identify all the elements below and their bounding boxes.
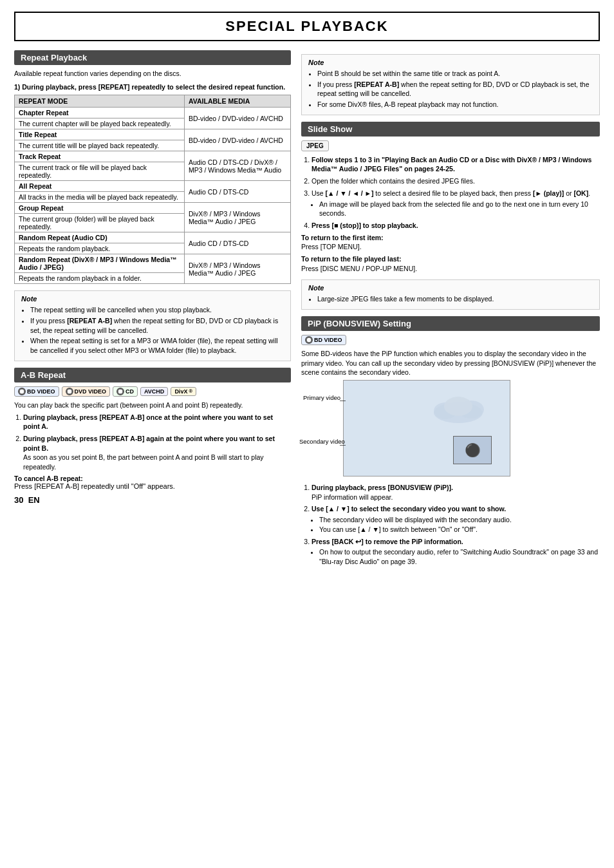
col-available-media: AVAILABLE MEDIA (185, 95, 291, 108)
ab-step1-bold: During playback, press [REPEAT A-B] once… (23, 413, 273, 431)
repeat-mode-desc: The current title will be played back re… (15, 140, 185, 151)
badge-avchd: AVCHD (140, 387, 168, 396)
cd-disc-icon (116, 388, 124, 395)
repeat-mode-desc: Repeats the random playback. (15, 243, 185, 254)
pip-secondary-arrow: — (340, 442, 346, 448)
slide-note-list: Large-size JPEG files take a few moments… (308, 294, 593, 304)
slide-return1-label: To return to the first item: (301, 234, 384, 241)
repeat-mode-name: Group Repeat (15, 203, 185, 214)
repeat-mode-desc: All tracks in the media will be played b… (15, 192, 185, 203)
repeat-mode-desc: The current track or file will be played… (15, 162, 185, 181)
repeat-intro: Available repeat function varies dependi… (14, 69, 291, 79)
pip-badge-bd: BD VIDEO (301, 335, 346, 345)
repeat-step1: 1) During playback, press [REPEAT] repea… (14, 82, 291, 92)
slide-section-header: Slide Show (301, 122, 600, 137)
dvd-disc-icon (66, 388, 73, 395)
pip-inset-box: ⚫ (453, 436, 492, 464)
ab-step-2: During playback, press [REPEAT A-B] agai… (23, 434, 291, 472)
slide-return-block: To return to the first item: Press [TOP … (301, 233, 600, 274)
pip-primary-video-label: Primary video (303, 394, 340, 402)
repeat-section-header: Repeat Playback (14, 50, 291, 65)
repeat-mode-name: Random Repeat (Audio CD) (15, 232, 185, 243)
pip-primary-arrow: — (340, 397, 346, 404)
pip-step-3: Press [BACK ↩] to remove the PiP informa… (312, 537, 600, 567)
repeat-mode-desc: Repeats the random playback in a folder. (15, 273, 185, 284)
page-num-value: 30 (14, 495, 23, 505)
svg-point-3 (444, 397, 472, 416)
pip-sub-item: On how to output the secondary audio, re… (319, 547, 600, 566)
pip-cloud-svg (426, 390, 490, 426)
repeat-note-item: When the repeat setting is set for a MP3… (30, 336, 284, 355)
slide-return2-text: Press [DISC MENU / POP-UP MENU]. (301, 265, 417, 272)
ab-cancel-text: Press [REPEAT A-B] repeatedly until "Off… (14, 482, 175, 490)
slide-step-2: Open the folder which contains the desir… (312, 176, 600, 186)
repeat-note-list: The repeat setting will be cancelled whe… (21, 305, 284, 355)
pip-sub-text: PiP information will appear. (312, 493, 393, 501)
repeat-media: Audio CD / DTS-CD (185, 181, 291, 203)
slide-step-3: Use [▲ / ▼ / ◄ / ►] to select a desired … (312, 189, 600, 218)
ab-cancel-label: To cancel A-B repeat: (14, 475, 83, 482)
repeat-media: Audio CD / DTS-CD / DivX® / MP3 / Window… (185, 151, 291, 181)
badge-jpeg: JPEG (301, 140, 329, 151)
right-column: Note Point B should be set within the sa… (301, 50, 600, 569)
pip-sub-item: The secondary video will be displayed wi… (319, 515, 600, 525)
right-note1-title: Note (308, 59, 593, 66)
right-note1-item: For some DivX® files, A-B repeat playbac… (317, 100, 593, 109)
repeat-media: BD-video / DVD-video / AVCHD (185, 129, 291, 151)
repeat-mode-name: Random Repeat (DivX® / MP3 / Windows Med… (15, 254, 185, 273)
pip-steps-list: During playback, press [BONUSVIEW (PiP)]… (301, 483, 600, 567)
repeat-note-item: The repeat setting will be cancelled whe… (30, 305, 284, 315)
pip-step-2: Use [▲ / ▼] to select the secondary vide… (312, 504, 600, 534)
ab-step-1: During playback, press [REPEAT A-B] once… (23, 413, 291, 431)
pip-diagram: ⚫ Primary video Secondary video — — (343, 380, 600, 476)
slide-step-4: Press [■ (stop)] to stop playback. (312, 221, 600, 231)
col-repeat-mode: REPEAT MODE (15, 95, 185, 108)
pip-bd-icon (305, 336, 313, 344)
pip-step-1: During playback, press [BONUSVIEW (PiP)]… (312, 483, 600, 502)
pip-section-header: PiP (BONUSVIEW) Setting (301, 316, 600, 331)
repeat-note-title: Note (21, 295, 284, 303)
badge-cd: CD (113, 386, 138, 397)
repeat-mode-desc: The current group (folder) will be playe… (15, 214, 185, 232)
ab-step2-bold: During playback, press [REPEAT A-B] agai… (23, 435, 275, 452)
ab-section-header: A-B Repeat (14, 368, 291, 382)
right-note1-list: Point B should be set within the same ti… (308, 69, 593, 109)
repeat-note-box: Note The repeat setting will be cancelle… (14, 290, 291, 361)
badge-dvd: DVD VIDEO (62, 386, 111, 397)
slide-note-title: Note (308, 284, 593, 292)
repeat-media: DivX® / MP3 / Windows Media™ Audio / JPE… (185, 203, 291, 232)
page-suffix: EN (28, 495, 40, 505)
slide-return1-text: Press [TOP MENU]. (301, 243, 362, 250)
pip-person-icon: ⚫ (465, 442, 481, 458)
right-note1-item: If you press [REPEAT A-B] when the repea… (317, 80, 593, 99)
ab-badge-row: BD VIDEO DVD VIDEO CD AVCHD DivX® (14, 386, 291, 397)
repeat-media: BD-video / DVD-video / AVCHD (185, 108, 291, 129)
page-title: SPECIAL PLAYBACK (14, 12, 600, 41)
pip-sub-item: You can use [▲ / ▼] to switch between "O… (319, 525, 600, 534)
repeat-note-item: If you press [REPEAT A-B] when the repea… (30, 316, 284, 335)
pip-section: PiP (BONUSVIEW) Setting BD VIDEO Some BD… (301, 316, 600, 567)
ab-step2-sub: As soon as you set point B, the part bet… (23, 453, 264, 471)
ab-intro: You can play back the specific part (bet… (14, 401, 291, 410)
slide-sub-item: An image will be played back from the se… (319, 200, 600, 218)
repeat-table: REPEAT MODE AVAILABLE MEDIA Chapter Repe… (14, 95, 291, 284)
ab-steps-list: During playback, press [REPEAT A-B] once… (14, 413, 291, 472)
repeat-mode-name: Chapter Repeat (15, 108, 185, 118)
repeat-mode-name: Track Repeat (15, 151, 185, 162)
badge-bd: BD VIDEO (14, 386, 59, 397)
repeat-mode-desc: The current chapter will be played back … (15, 118, 185, 129)
repeat-mode-name: Title Repeat (15, 129, 185, 140)
bd-disc-icon (18, 388, 26, 395)
ab-cancel-block: To cancel A-B repeat: Press [REPEAT A-B]… (14, 475, 291, 490)
repeat-media: Audio CD / DTS-CD (185, 232, 291, 254)
pip-intro: Some BD-videos have the PiP function whi… (301, 349, 600, 377)
slide-steps-list: Follow steps 1 to 3 in "Playing Back an … (301, 155, 600, 231)
slide-return2-label: To return to the file played last: (301, 255, 402, 263)
slide-note-item: Large-size JPEG files take a few moments… (317, 294, 593, 304)
pip-outer-image: ⚫ (343, 380, 510, 476)
page-number: 30 EN (14, 495, 291, 505)
left-column: Repeat Playback Available repeat functio… (14, 50, 291, 569)
slide-step-1: Follow steps 1 to 3 in "Playing Back an … (312, 155, 600, 174)
pip-badge-row: BD VIDEO (301, 335, 600, 345)
repeat-mode-name: All Repeat (15, 181, 185, 192)
